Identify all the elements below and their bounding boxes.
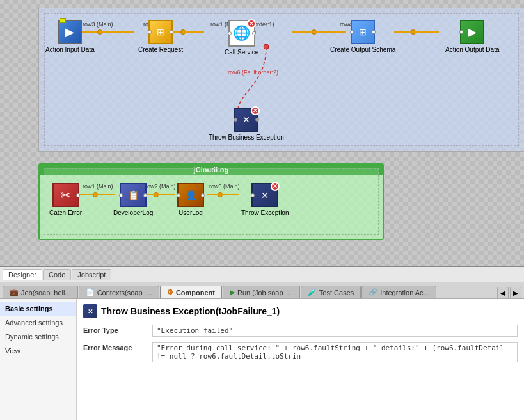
port-right xyxy=(252,31,256,35)
main-content: ✕ Throw Business Exception(tJobFailure_1… xyxy=(77,299,524,420)
tab-bar: 💼 Job(soap_hell... 📄 Contexts(soap_... ⚙… xyxy=(0,282,524,299)
node-user-log[interactable]: 👤 UserLog xyxy=(177,183,204,216)
port-right xyxy=(143,193,147,197)
tab-integration[interactable]: 🔗 Integration Ac... xyxy=(361,286,436,298)
flow2-wrapper: row1 (Main) row2 (Main) row3 (Main) ✂ Ca… xyxy=(44,168,379,235)
bottom-panel: Designer Code Jobscript 💼 Job(soap_hell.… xyxy=(0,266,524,420)
fault-label: row6 (Fault order:2) xyxy=(228,69,278,76)
flow2-container: jCloudLog row1 (Main) row2 (Main) row3 (… xyxy=(38,163,384,240)
tab-run[interactable]: ▶ Run (Job soap_... xyxy=(223,286,300,298)
tab-run-label: Run (Job soap_... xyxy=(237,289,293,296)
flow1-container: row3 (Main) row2 (Main) row1 (Response o… xyxy=(38,8,524,152)
tab-component[interactable]: ⚙ Component xyxy=(160,286,222,298)
tab-designer[interactable]: Designer xyxy=(3,269,42,280)
tab-test-icon: 🧪 xyxy=(308,288,317,296)
component-title-area: ✕ Throw Business Exception(tJobFailure_1… xyxy=(83,304,518,318)
tab-contexts-label: Contexts(soap_... xyxy=(97,289,152,296)
port-left xyxy=(148,30,152,34)
tab-job-icon: 💼 xyxy=(10,288,19,296)
error-type-value[interactable]: "Execution failed" xyxy=(152,325,518,337)
flow2-conn-label-1: row1 (Main) xyxy=(83,183,113,190)
node-throw-label: Throw Business Exception xyxy=(209,134,284,141)
view-tabs: Designer Code Jobscript xyxy=(0,267,524,282)
sidebar-advanced-settings[interactable]: Advanced settings xyxy=(0,316,76,330)
node-create-request[interactable]: ⊞ Create Request xyxy=(138,20,183,53)
port-right xyxy=(372,30,376,34)
node-action-input-label: Action Input Data xyxy=(45,46,95,53)
flow2-svg xyxy=(44,169,378,234)
component-title-icon: ✕ xyxy=(83,304,97,318)
error-message-label: Error Message xyxy=(83,342,147,351)
tab-contexts-icon: 📄 xyxy=(86,288,95,296)
tab-component-icon: ⚙ xyxy=(167,288,173,296)
tab-controls: ◀ ▶ xyxy=(497,287,524,298)
tab-integration-icon: 🔗 xyxy=(369,288,377,296)
port-left xyxy=(350,30,354,34)
sidebar-view[interactable]: View xyxy=(0,344,76,358)
component-panel: Basic settings Advanced settings Dynamic… xyxy=(0,299,524,420)
sidebar-basic-settings[interactable]: Basic settings xyxy=(0,302,76,316)
tab-component-label: Component xyxy=(176,289,215,296)
sidebar: Basic settings Advanced settings Dynamic… xyxy=(0,299,77,420)
field-row-error-type: Error Type "Execution failed" xyxy=(83,325,518,337)
tab-code[interactable]: Code xyxy=(43,269,71,280)
port-left xyxy=(228,31,232,35)
port-right xyxy=(201,193,205,197)
component-title-text: Throw Business Exception(tJobFailure_1) xyxy=(101,306,280,316)
tab-job-label: Job(soap_hell... xyxy=(21,289,71,296)
sidebar-dynamic-settings[interactable]: Dynamic settings xyxy=(0,330,76,344)
svg-point-24 xyxy=(218,193,223,197)
node-call-service[interactable]: 🌐 ✕ Call Service xyxy=(225,20,258,56)
node-action-output-label: Action Output Data xyxy=(445,46,500,53)
flag-icon xyxy=(60,18,66,23)
node-throw-exception-label: Throw Exception xyxy=(241,209,289,216)
port-right xyxy=(76,193,80,197)
port-left xyxy=(234,118,237,122)
node-developer-log[interactable]: 📋 DeveloperLog xyxy=(113,183,153,216)
port-left xyxy=(251,193,255,197)
node-user-log-label: UserLog xyxy=(179,209,203,216)
node-catch-error-label: Catch Error xyxy=(49,209,82,216)
tab-scroll-right[interactable]: ▶ xyxy=(510,287,521,298)
node-create-output-schema[interactable]: ⊞ Create Output Schema xyxy=(330,20,395,53)
node-action-output[interactable]: ▶ Action Output Data xyxy=(445,20,500,53)
port-right xyxy=(255,118,259,122)
node-create-output-schema-label: Create Output Schema xyxy=(330,46,395,53)
tab-test-label: Test Cases xyxy=(319,289,354,296)
error-badge: ✕ xyxy=(247,19,256,28)
tab-run-icon: ▶ xyxy=(230,288,235,296)
node-catch-error[interactable]: ✂ Catch Error xyxy=(49,183,82,216)
field-row-error-message: Error Message "Error during call service… xyxy=(83,342,518,362)
title-icon-symbol: ✕ xyxy=(88,308,93,315)
svg-point-18 xyxy=(93,193,98,197)
node-action-input[interactable]: ▶ Action Input Data xyxy=(45,20,95,53)
error-type-label: Error Type xyxy=(83,325,147,334)
tab-jobscript[interactable]: Jobscript xyxy=(72,269,111,280)
node-create-request-label: Create Request xyxy=(138,46,183,53)
canvas-area: row3 (Main) row2 (Main) row1 (Response o… xyxy=(0,0,524,266)
tab-job[interactable]: 💼 Job(soap_hell... xyxy=(3,286,78,298)
node-call-service-label: Call Service xyxy=(225,49,258,56)
node-developer-log-label: DeveloperLog xyxy=(113,209,153,216)
svg-point-21 xyxy=(154,193,159,197)
port-left xyxy=(119,193,123,197)
tab-scroll-left[interactable]: ◀ xyxy=(497,287,509,298)
error-message-value[interactable]: "Error during call service: " + row6.fau… xyxy=(152,342,518,362)
tab-test-cases[interactable]: 🧪 Test Cases xyxy=(301,286,361,298)
flow2-conn-label-3: row3 (Main) xyxy=(209,183,240,190)
error-badge-throw: ✕ xyxy=(251,106,260,115)
port-right xyxy=(170,30,173,34)
tab-integration-label: Integration Ac... xyxy=(380,289,429,296)
error-badge-throw-ex: ✕ xyxy=(271,182,280,191)
tab-contexts[interactable]: 📄 Contexts(soap_... xyxy=(79,286,159,298)
node-throw-exception[interactable]: ✕ ✕ Throw Exception xyxy=(241,183,289,216)
node-throw-business-exception[interactable]: ✕ ✕ Throw Business Exception xyxy=(209,108,284,141)
port-left xyxy=(177,193,180,197)
port-left xyxy=(459,30,463,34)
